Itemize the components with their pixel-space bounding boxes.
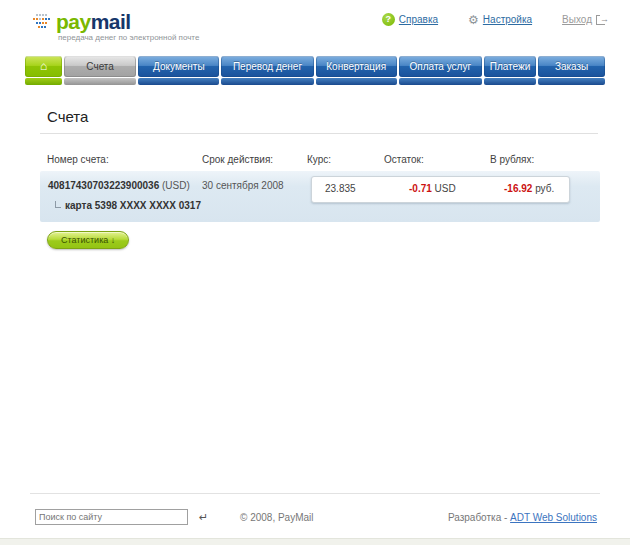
rub-value: -16.92 руб. — [504, 183, 554, 194]
help-link[interactable]: Справка — [382, 13, 438, 26]
tab-label: Счета — [86, 61, 114, 72]
help-icon — [382, 13, 395, 26]
account-currency: (USD) — [162, 180, 190, 191]
paymail-page: paymail передача денег по электронной по… — [0, 0, 630, 545]
gear-icon: ⚙ — [468, 14, 479, 26]
search-input[interactable] — [35, 509, 188, 525]
copyright: © 2008, PayMail — [240, 512, 314, 523]
account-row: 40817430703223900036 (USD) 30 сентября 2… — [40, 171, 600, 222]
paymail-logo[interactable]: paymail — [56, 10, 131, 34]
balance-amount: -0.71 — [409, 183, 432, 194]
settings-label: Настройка — [483, 14, 532, 25]
account-number: 40817430703223900036 (USD) — [48, 180, 190, 191]
logo-mail: mail — [91, 10, 131, 33]
tab-accounts[interactable]: Счета — [64, 56, 136, 77]
developer-link[interactable]: ADT Web Solutions — [510, 512, 597, 523]
settings-link[interactable]: ⚙ Настройка — [468, 14, 532, 26]
credits-prefix: Разработка - — [448, 512, 507, 523]
account-values-box: 23.835 -0.71 USD -16.92 руб. — [311, 176, 570, 203]
page-bottom-edge — [0, 538, 630, 545]
paymail-logo-icon — [33, 14, 55, 37]
tree-connector-icon — [55, 201, 61, 208]
tab-orders[interactable]: Заказы — [538, 56, 605, 77]
header-links: Справка ⚙ Настройка Выход — [382, 13, 605, 26]
column-header-rate: Курс: — [307, 154, 331, 165]
rate-value: 23.835 — [325, 183, 356, 194]
tab-label: Перевод денег — [233, 61, 302, 72]
tab-documents[interactable]: Документы — [138, 56, 219, 77]
tab-label: Заказы — [555, 61, 588, 72]
exit-icon — [596, 15, 605, 25]
column-header-account-number: Номер счета: — [47, 154, 109, 165]
tab-label: Платежи — [490, 61, 531, 72]
account-valid-until: 30 сентября 2008 — [202, 180, 284, 191]
home-icon: ⌂ — [40, 59, 47, 73]
column-header-balance: Остаток: — [384, 154, 424, 165]
tab-label: Оплата услуг — [410, 61, 472, 72]
main-nav: ⌂ Счета Документы Перевод денег Конверта… — [25, 56, 605, 77]
tab-conversion[interactable]: Конвертация — [316, 56, 397, 77]
page-title: Счета — [47, 108, 88, 125]
divider — [40, 133, 598, 134]
card-label: карта 5398 XXXX XXXX 0317 — [65, 200, 201, 211]
enter-key-icon: ↵ — [199, 511, 208, 524]
column-header-in-rub: В рублях: — [490, 154, 534, 165]
tab-home[interactable]: ⌂ — [25, 56, 62, 77]
rub-amount: -16.92 — [504, 183, 532, 194]
credits: Разработка - ADT Web Solutions — [448, 512, 597, 523]
balance-unit: USD — [435, 183, 456, 194]
statistics-label: Статистика — [61, 235, 108, 245]
column-header-valid-until: Срок действия: — [202, 154, 273, 165]
tab-money-transfer[interactable]: Перевод денег — [221, 56, 313, 77]
tab-payments[interactable]: Платежи — [484, 56, 536, 77]
brand-tagline: передача денег по электронной почте — [58, 33, 199, 42]
tab-label: Конвертация — [326, 61, 386, 72]
logout-label: Выход — [562, 14, 592, 25]
linked-card: карта 5398 XXXX XXXX 0317 — [55, 200, 201, 211]
statistics-button[interactable]: Статистика ↓ — [47, 231, 129, 249]
divider — [30, 493, 600, 494]
arrow-down-icon: ↓ — [111, 235, 116, 245]
logo-pay: pay — [56, 10, 91, 33]
rub-unit: руб. — [535, 183, 554, 194]
account-number-value: 40817430703223900036 — [48, 180, 159, 191]
logout-link[interactable]: Выход — [562, 14, 605, 25]
help-label: Справка — [399, 14, 438, 25]
tab-services-payment[interactable]: Оплата услуг — [399, 56, 482, 77]
tab-label: Документы — [153, 61, 205, 72]
balance-value: -0.71 USD — [409, 183, 456, 194]
